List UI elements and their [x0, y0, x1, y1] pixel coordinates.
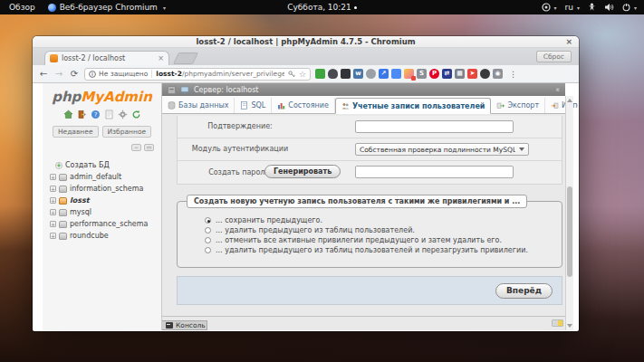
- extension-icon[interactable]: ◉: [493, 69, 503, 79]
- tab-close-button[interactable]: ×: [158, 54, 164, 62]
- gear-icon[interactable]: [118, 110, 128, 119]
- radio-label: ... сохранить предыдущего.: [216, 216, 322, 224]
- tree-item[interactable]: + roundcube: [43, 230, 161, 242]
- confirm-label: Подтверждение:: [190, 116, 290, 138]
- screen-share-menu[interactable]: ▾: [542, 3, 557, 12]
- tree-item[interactable]: + losst: [43, 195, 161, 206]
- collapse-nav-button[interactable]: −: [168, 86, 176, 94]
- link-databases-button[interactable]: ▭: [144, 144, 154, 151]
- window-titlebar[interactable]: losst-2 / localhost | phpMyAdmin 4.7.5 -…: [33, 36, 579, 48]
- breadcrumb-label[interactable]: Сервер: localhost: [194, 86, 258, 94]
- extension-icon[interactable]: ➤: [467, 69, 477, 79]
- expand-icon[interactable]: +: [50, 186, 56, 192]
- tab-user-accounts[interactable]: Учетные записи пользователей: [335, 98, 492, 114]
- chevron-down-icon: ▾: [577, 5, 580, 11]
- tree-item[interactable]: + mysql: [43, 206, 161, 218]
- tree-item[interactable]: + performance_schema: [43, 218, 161, 230]
- expand-icon[interactable]: +: [50, 197, 56, 204]
- browser-menu-button[interactable]: ⋮: [509, 70, 517, 79]
- accessibility-menu[interactable]: [588, 3, 596, 12]
- radio-option[interactable]: ... удалить предыдущего из таблиц пользо…: [205, 245, 528, 255]
- radio-icon[interactable]: [205, 247, 211, 253]
- generated-password-input[interactable]: [355, 166, 514, 178]
- console-icon: [166, 322, 173, 329]
- scroll-down-arrow-icon[interactable]: [567, 324, 572, 328]
- auth-plugin-value: Собственная проверка подлинности MySQL: [360, 146, 515, 154]
- radio-option[interactable]: ... удалить предыдущего из таблиц пользо…: [205, 225, 528, 235]
- extension-icon[interactable]: ⇄: [442, 69, 452, 79]
- window-title: losst-2 / localhost | phpMyAdmin 4.7.5 -…: [196, 37, 415, 46]
- tab-export[interactable]: Экспорт: [491, 98, 545, 113]
- volume-menu[interactable]: [604, 3, 614, 12]
- scrollbar-thumb[interactable]: [567, 186, 572, 277]
- logo-php: php: [52, 89, 81, 105]
- tab-label: Экспорт: [507, 101, 539, 110]
- tree-label: admin_default: [70, 173, 121, 181]
- refresh-icon[interactable]: [131, 110, 141, 119]
- extension-icon[interactable]: w: [353, 69, 363, 79]
- radio-icon[interactable]: [205, 227, 211, 233]
- console-label: Консоль: [176, 321, 206, 329]
- extension-icon[interactable]: P: [429, 69, 439, 79]
- extension-icon[interactable]: [404, 69, 414, 79]
- expand-icon[interactable]: +: [50, 233, 56, 239]
- clock-label: Суббота, 10:21: [287, 3, 351, 12]
- scroll-up-arrow-icon[interactable]: [567, 99, 572, 102]
- extension-icon[interactable]: [341, 69, 351, 79]
- address-bar[interactable]: Не защищено losst-2/phpmyadmin/server_pr…: [84, 68, 311, 81]
- expand-icon[interactable]: +: [50, 209, 56, 215]
- confirm-password-input[interactable]: [355, 120, 514, 133]
- extension-icon[interactable]: S: [417, 69, 427, 79]
- forward-button[interactable]: →: [53, 69, 64, 79]
- auth-plugin-select[interactable]: Собственная проверка подлинности MySQL: [355, 143, 529, 156]
- radio-option[interactable]: ... сохранить предыдущего.: [205, 215, 528, 225]
- extension-icon[interactable]: [366, 69, 376, 79]
- new-tab-button[interactable]: [173, 52, 198, 64]
- power-icon: [622, 3, 630, 12]
- console-bar[interactable]: Консоль: [162, 320, 207, 330]
- tab-databases[interactable]: Базы данных: [162, 98, 235, 113]
- extension-icon[interactable]: ▦: [455, 69, 465, 79]
- recent-select[interactable]: Недавнее: [53, 126, 99, 138]
- extension-icon[interactable]: ↗: [379, 69, 389, 79]
- extension-icon[interactable]: [328, 69, 338, 79]
- tab-status[interactable]: Состояние: [272, 98, 335, 113]
- expand-icon[interactable]: +: [50, 174, 56, 180]
- gnome-top-bar: Обзор Веб-браузер Chromium ▾ Суббота, 10…: [0, 0, 644, 14]
- reload-button[interactable]: ⟳: [69, 69, 80, 79]
- new-database-item[interactable]: + Создать БД: [43, 159, 161, 171]
- fieldset-legend-button[interactable]: Создать новую учетную запись пользовател…: [187, 195, 527, 208]
- radio-icon[interactable]: [205, 237, 211, 243]
- tree-item[interactable]: + admin_default: [43, 171, 161, 183]
- extension-icon[interactable]: [315, 69, 325, 79]
- extension-icon[interactable]: [480, 69, 490, 79]
- scroll-top-icon[interactable]: ⌅: [554, 85, 561, 93]
- power-menu[interactable]: ▾: [622, 3, 637, 12]
- page-settings-icon[interactable]: [552, 319, 563, 327]
- reset-button[interactable]: Сброс: [536, 51, 572, 62]
- tab-sql[interactable]: SQL: [235, 98, 272, 113]
- window-close-button[interactable]: ×: [565, 36, 572, 48]
- radio-icon[interactable]: [205, 217, 211, 224]
- pma-logo[interactable]: phpMyAdmin: [43, 89, 161, 105]
- key-icon[interactable]: [288, 71, 295, 78]
- browser-tab[interactable]: losst-2 / localhost ×: [44, 51, 169, 65]
- radio-option[interactable]: ... отменить все активные привилегии пре…: [205, 235, 528, 245]
- tree-item[interactable]: + information_schema: [43, 183, 161, 195]
- expand-icon[interactable]: +: [50, 221, 56, 227]
- home-icon[interactable]: [63, 110, 73, 119]
- page-scrollbar[interactable]: [565, 96, 573, 330]
- go-button[interactable]: Вперёд: [495, 283, 553, 299]
- sql-doc-icon[interactable]: [104, 110, 114, 119]
- generate-button[interactable]: Генерировать: [264, 165, 341, 178]
- database-icon: [59, 209, 67, 216]
- docs-icon[interactable]: ?: [91, 110, 101, 119]
- favorites-select[interactable]: Избранное: [102, 126, 152, 138]
- keyboard-layout-menu[interactable]: ru ▾: [565, 3, 580, 12]
- extension-icon[interactable]: [391, 69, 401, 79]
- bookmark-star-icon[interactable]: ☆: [299, 70, 306, 79]
- collapse-all-button[interactable]: −: [131, 144, 141, 151]
- logout-icon[interactable]: [77, 110, 87, 119]
- security-chip[interactable]: Не защищено: [89, 70, 152, 78]
- back-button[interactable]: ←: [38, 69, 49, 79]
